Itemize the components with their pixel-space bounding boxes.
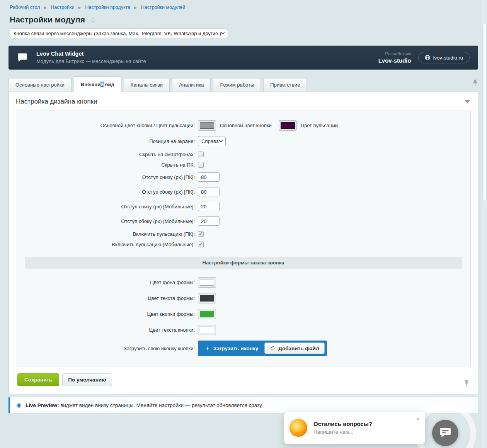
pulse-mobile-checkbox[interactable] — [198, 242, 204, 247]
position-select[interactable]: Справа — [198, 136, 226, 146]
scrollbar-thumb[interactable] — [482, 23, 487, 201]
tabs: Основные настройки Внешний вид Каналы св… — [9, 77, 478, 92]
upload-icon-dropzone[interactable]: + Загрузить иконку Добавить файл — [198, 341, 327, 356]
tab-main-settings[interactable]: Основные настройки — [9, 78, 72, 92]
scrollbar-track[interactable] — [482, 0, 487, 448]
design-section-title: Настройка дизайна кнопки — [16, 98, 97, 106]
chat-popup-subtitle: Напишите нам... — [313, 428, 372, 436]
collapse-section-icon[interactable] — [465, 100, 470, 103]
form-text-color-picker[interactable] — [198, 293, 216, 303]
offset-bottom-mobile-label: Отступ снизу (px) [Мобильные]: — [16, 204, 198, 210]
form-button-color-swatch — [200, 311, 214, 317]
live-preview-text: виджет виден внизу страницы. Меняйте нас… — [60, 402, 263, 408]
upload-icon-row: Загрузить свою иконку кнопки: + Загрузит… — [16, 341, 470, 356]
add-file-button-label: Добавить файл — [278, 346, 319, 351]
pin-icon[interactable] — [464, 380, 469, 388]
tab-work-mode[interactable]: Режим работы — [213, 78, 261, 92]
offset-bottom-mobile-input[interactable] — [198, 202, 220, 211]
breadcrumb-separator-icon: ▶ — [78, 5, 81, 10]
breadcrumb-link-desktop[interactable]: Рабочий стол — [10, 5, 40, 10]
form-text-color-label: Цвет текста формы: — [16, 295, 198, 301]
chat-invite-popup[interactable]: Остались вопросы? Напишите нам... × — [284, 412, 425, 444]
pulse-pc-checkbox[interactable] — [198, 231, 204, 237]
module-banner: Lvov Chat Widget Модуль для Битрикс — ме… — [9, 46, 478, 70]
tab-analytics[interactable]: Аналитика — [172, 78, 211, 92]
form-button-color-picker[interactable] — [198, 309, 216, 319]
page-title: Настройки модуля — [10, 15, 85, 24]
close-icon[interactable]: × — [416, 416, 420, 422]
upload-icon-label: Загрузить свою иконку кнопки: — [16, 346, 198, 351]
offset-side-pc-row: Отступ сбоку (px) [ПК]: — [16, 187, 470, 196]
form-bg-color-label: Цвет фона формы: — [16, 279, 198, 285]
tab-appearance-label: Внешни — [81, 82, 100, 87]
position-row: Позиция на экране: Справа — [16, 136, 470, 146]
default-button[interactable]: По умолчанию — [62, 373, 112, 386]
live-preview-label: Live Preview: — [26, 402, 59, 408]
add-file-button[interactable]: Добавить файл — [264, 342, 325, 354]
chat-bubble-icon — [9, 53, 36, 62]
position-label: Позиция на экране: — [16, 138, 198, 144]
save-button[interactable]: Сохранить — [17, 373, 59, 386]
hide-smartphones-label: Скрыть на смартфонах: — [16, 152, 198, 157]
breadcrumb-link-settings[interactable]: Настройки — [51, 5, 74, 10]
pulse-mobile-row: Включить пульсацию (Мобильные): — [16, 242, 470, 247]
chevron-down-icon — [221, 31, 225, 35]
form-button-color-row: Цвет кнопки формы: — [16, 309, 470, 319]
breadcrumb-link-product-settings[interactable]: Настройки продукта — [85, 5, 130, 10]
developer-site-button[interactable]: lvov-studio.ru — [418, 52, 470, 63]
paperclip-icon — [270, 346, 275, 351]
button-text-color-picker[interactable] — [198, 325, 216, 335]
offset-side-pc-input[interactable] — [198, 187, 220, 196]
hide-smartphones-checkbox[interactable] — [198, 152, 204, 157]
button-text-color-label: Цвет текста кнопки: — [16, 327, 198, 333]
main-color-row: Основной цвет кнопки / Цвет пульсации: О… — [16, 120, 470, 131]
developer-name: Lvov-studio — [378, 57, 411, 65]
offset-bottom-pc-row: Отступ снизу (px) [ПК]: — [16, 172, 470, 182]
pulse-mobile-label: Включить пульсацию (Мобильные): — [16, 242, 198, 247]
module-select[interactable]: Кнопка связи через мессенджеры (Заказ зв… — [10, 29, 228, 38]
offset-bottom-pc-label: Отступ снизу (px) [ПК]: — [16, 174, 198, 180]
tab-appearance-selected-char: й — [100, 82, 104, 87]
pulse-pc-label: Включить пульсацию (ПК): — [16, 231, 198, 237]
live-preview-icon: ◉ — [16, 402, 21, 409]
chat-bubble-icon — [439, 427, 451, 439]
tab-appearance[interactable]: Внешний вид — [74, 77, 121, 92]
upload-icon-button-label: Загрузить иконку — [209, 346, 264, 351]
developer-site-label: lvov-studio.ru — [433, 55, 463, 61]
hide-pc-checkbox[interactable] — [198, 162, 204, 168]
breadcrumb-separator-icon: ▶ — [44, 5, 47, 10]
offset-side-mobile-label: Отступ сбоку (px) [Мобильные]: — [16, 218, 198, 224]
chevron-down-icon — [219, 138, 223, 142]
pulse-color-picker[interactable] — [279, 120, 297, 131]
form-bg-color-picker[interactable] — [198, 277, 216, 288]
hide-smartphones-row: Скрыть на смартфонах: — [16, 152, 470, 157]
breadcrumb-separator-icon: ▶ — [134, 5, 137, 10]
pulse-pc-row: Включить пульсацию (ПК): — [16, 231, 470, 237]
banner-subtitle: Модуль для Битрикс — мессенджеры на сайт… — [36, 58, 146, 65]
form-text-color-row: Цвет текста формы: — [16, 293, 470, 303]
tab-appearance-label-end: вид — [104, 82, 114, 87]
button-color-swatch — [200, 122, 214, 129]
favorite-star-icon[interactable]: ☆ — [90, 15, 96, 24]
form-bg-color-swatch — [200, 279, 214, 286]
offset-bottom-pc-input[interactable] — [198, 172, 220, 182]
chat-popup-title: Остались вопросы? — [313, 419, 372, 428]
pin-icon[interactable] — [472, 80, 478, 88]
tab-channels[interactable]: Каналы связи — [124, 78, 170, 92]
live-preview-bar: ◉ Live Preview: виджет виден внизу стран… — [9, 397, 478, 413]
position-select-value: Справа — [201, 138, 219, 144]
avatar — [289, 419, 307, 437]
offset-side-mobile-row: Отступ сбоку (px) [Мобильные]: — [16, 216, 470, 226]
offset-side-mobile-input[interactable] — [198, 216, 220, 226]
button-text-color-swatch — [200, 327, 214, 333]
chat-widget-button[interactable] — [432, 420, 458, 446]
tab-greeting[interactable]: Приветствие — [263, 78, 307, 92]
form-button-color-label: Цвет кнопки формы: — [16, 311, 198, 317]
developer-label: Разработчик — [378, 51, 411, 57]
button-text-color-row: Цвет текста кнопки: — [16, 325, 470, 335]
button-color-caption: Основной цвет кнопки — [220, 123, 272, 128]
hide-pc-row: Скрыть на ПК: — [16, 162, 470, 168]
breadcrumb-link-module-settings[interactable]: Настройки модулей — [141, 5, 186, 10]
button-color-picker[interactable] — [198, 120, 216, 131]
call-form-section-title: Настройки формы заказа звонка — [25, 257, 462, 269]
